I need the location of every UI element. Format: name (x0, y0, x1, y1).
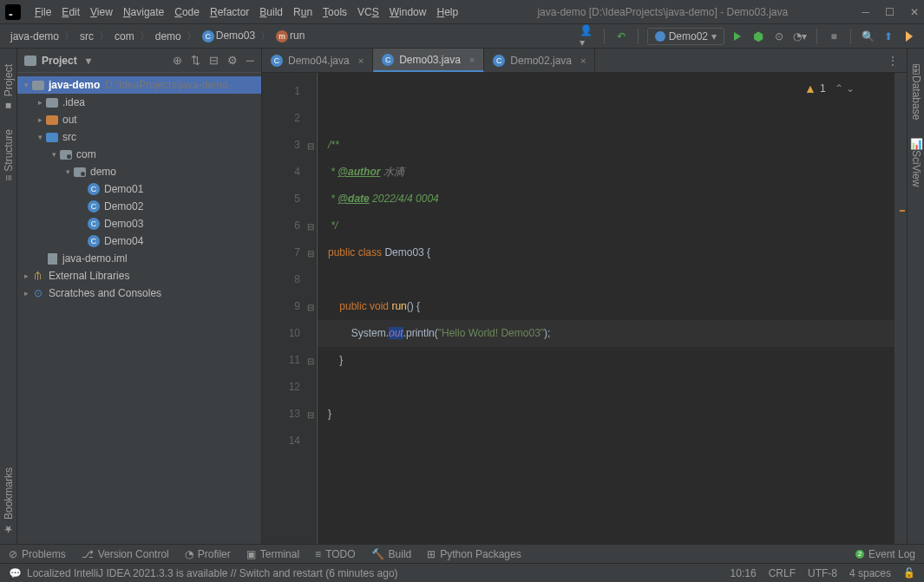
select-opened-icon[interactable]: ⊕ (173, 54, 182, 67)
build-hammer-icon[interactable]: ↶ (613, 29, 629, 44)
collapse-all-icon[interactable]: ⊟ (209, 54, 219, 67)
run-button[interactable] (730, 29, 745, 44)
coverage-button[interactable]: ⊙ (771, 29, 787, 44)
fold-icon[interactable]: ⊟ (307, 347, 314, 374)
tree-out[interactable]: ▸out (17, 111, 261, 128)
menu-view[interactable]: View (85, 6, 118, 18)
profile-button[interactable]: ◔▾ (792, 29, 808, 44)
tree-class-demo04[interactable]: CDemo04 (17, 232, 261, 250)
menu-build[interactable]: Build (254, 6, 288, 18)
close-button[interactable]: ✕ (910, 6, 919, 18)
crumb-method[interactable]: mrun (272, 29, 308, 43)
tree-class-demo02[interactable]: CDemo02 (17, 198, 261, 215)
line-separator[interactable]: CRLF (769, 567, 796, 579)
tool-build[interactable]: 🔨Build (371, 548, 412, 560)
tree-src[interactable]: ▾src (17, 128, 261, 146)
menu-code[interactable]: Code (169, 6, 205, 18)
tool-database[interactable]: 🗄Database (908, 56, 924, 128)
tree-demo[interactable]: ▾demo (17, 163, 261, 180)
tool-structure[interactable]: ≡Structure (1, 121, 16, 190)
tab-demo04[interactable]: CDemo04.java× (262, 49, 373, 72)
update-icon[interactable]: ⬆ (881, 29, 896, 44)
notification-icon: 💬 (9, 567, 22, 579)
navigation-bar: java-demo 〉 src 〉 com 〉 demo 〉 CDemo03 〉… (0, 24, 924, 49)
close-icon[interactable]: × (469, 55, 475, 65)
stop-button[interactable]: ■ (826, 29, 842, 44)
crumb-project[interactable]: java-demo (7, 30, 62, 43)
maximize-button[interactable]: ☐ (885, 6, 895, 18)
fold-icon[interactable]: ⊟ (307, 293, 314, 320)
svg-rect-0 (8, 7, 18, 17)
close-icon[interactable]: × (358, 56, 364, 66)
tool-problems[interactable]: ⊘Problems (9, 548, 66, 560)
menu-refactor[interactable]: Refactor (205, 6, 254, 18)
menu-tools[interactable]: Tools (318, 6, 352, 18)
indent-widget[interactable]: 4 spaces (849, 567, 891, 579)
tool-vcs[interactable]: ⎇Version Control (82, 548, 169, 560)
tool-bookmarks[interactable]: ★Bookmarks (1, 459, 16, 544)
tree-iml[interactable]: java-demo.iml (17, 250, 261, 267)
debug-button[interactable]: ⬢ (750, 29, 766, 44)
run-config-selector[interactable]: Demo02▾ (647, 28, 724, 45)
minimize-button[interactable]: ─ (862, 6, 869, 18)
tree-class-demo01[interactable]: CDemo01 (17, 180, 261, 198)
menu-navigate[interactable]: Navigate (118, 6, 169, 18)
menu-vcs[interactable]: VCS (352, 6, 384, 18)
caret-position[interactable]: 10:16 (731, 567, 757, 579)
tree-scratches[interactable]: ▸⊙Scratches and Consoles (17, 284, 261, 302)
line-number-gutter[interactable]: 1 2 3⊟ 4 5 6⊟ 7⊟ 8 9⊟ 10💡 11⊟ 12 13⊟ 14 (262, 73, 316, 544)
code-text[interactable]: /** * @author 水滴 * @date 2022/4/4 0004 *… (318, 73, 895, 544)
crumb-com[interactable]: com (111, 30, 138, 43)
editor-area: CDemo04.java× CDemo03.java× CDemo02.java… (262, 49, 907, 544)
panel-settings-icon[interactable]: ⚙ (227, 54, 238, 67)
project-view-selector[interactable]: Project (24, 55, 91, 67)
editor-scrollbar[interactable] (895, 73, 907, 544)
inspection-widget[interactable]: ▲1 ⌃ ⌄ (804, 82, 855, 95)
tab-demo03[interactable]: CDemo03.java× (373, 49, 484, 72)
tabs-more-icon[interactable]: ⋮ (879, 55, 907, 67)
tree-project-root[interactable]: ▾ java-demoD:\IdeaProjects\java-demo (17, 76, 261, 94)
menu-window[interactable]: Window (384, 6, 432, 18)
status-message[interactable]: 💬 Localized IntelliJ IDEA 2021.3.3 is av… (9, 567, 718, 579)
readonly-lock-icon[interactable]: 🔓 (903, 567, 915, 579)
tool-python[interactable]: ⊞Python Packages (427, 548, 521, 560)
fold-icon[interactable]: ⊟ (307, 132, 314, 159)
search-everywhere-icon[interactable]: 🔍 (860, 29, 875, 44)
crumb-class[interactable]: CDemo03 (199, 29, 259, 43)
tree-ext-libraries[interactable]: ▸⫛External Libraries (17, 267, 261, 284)
tool-event-log[interactable]: 2Event Log (855, 548, 915, 560)
crumb-demo[interactable]: demo (152, 30, 185, 43)
expand-all-icon[interactable]: ⇅ (191, 54, 200, 67)
tool-terminal[interactable]: ▣Terminal (246, 548, 299, 560)
tree-com[interactable]: ▾com (17, 146, 261, 163)
close-icon[interactable]: × (580, 56, 586, 66)
bottom-tool-strip: ⊘Problems ⎇Version Control ◔Profiler ▣Te… (0, 544, 924, 563)
fold-icon[interactable]: ⊟ (307, 213, 314, 239)
tool-todo[interactable]: ≡TODO (315, 548, 355, 560)
hide-panel-icon[interactable]: ─ (246, 54, 254, 67)
crumb-src[interactable]: src (76, 30, 97, 43)
right-tool-strip: 🗄Database 📊SciView (907, 49, 924, 544)
title-bar: File Edit View Navigate Code Refactor Bu… (0, 0, 924, 24)
menu-edit[interactable]: Edit (56, 6, 85, 18)
left-tool-strip: ■Project ≡Structure ★Bookmarks (0, 49, 17, 544)
file-encoding[interactable]: UTF-8 (808, 567, 837, 579)
menu-run[interactable]: Run (288, 6, 318, 18)
fold-icon[interactable]: ⊟ (307, 239, 314, 266)
fold-icon[interactable]: ⊟ (307, 401, 314, 428)
project-tree[interactable]: ▾ java-demoD:\IdeaProjects\java-demo ▸.i… (17, 73, 261, 544)
tab-demo02[interactable]: CDemo02.java× (484, 49, 595, 72)
user-icon[interactable]: 👤▾ (580, 29, 595, 44)
tree-class-demo03[interactable]: CDemo03 (17, 215, 261, 232)
status-bar: 💬 Localized IntelliJ IDEA 2021.3.3 is av… (0, 563, 924, 582)
tool-profiler[interactable]: ◔Profiler (185, 548, 231, 560)
code-editor[interactable]: 1 2 3⊟ 4 5 6⊟ 7⊟ 8 9⊟ 10💡 11⊟ 12 13⊟ 14 (262, 73, 907, 544)
warning-icon: ▲ (804, 82, 816, 95)
tree-idea[interactable]: ▸.idea (17, 94, 261, 111)
tool-sciview[interactable]: 📊SciView (908, 128, 924, 195)
tool-project[interactable]: ■Project (1, 56, 16, 121)
error-stripe-mark[interactable] (900, 210, 905, 212)
ide-settings-icon[interactable] (901, 29, 917, 44)
menu-help[interactable]: Help (431, 6, 463, 18)
menu-file[interactable]: File (29, 6, 56, 18)
